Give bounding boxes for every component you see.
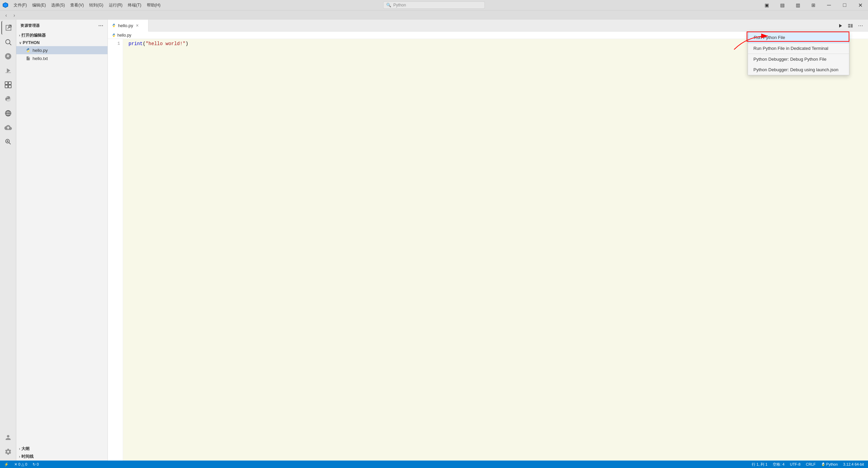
status-python-version[interactable]: 3.12.4 64-bit [842, 462, 865, 467]
editor-toolbar: ··· [833, 20, 868, 32]
status-cursor-position[interactable]: 行 1, 列 1 [750, 462, 769, 467]
svg-line-2 [9, 43, 11, 45]
split-icon [848, 23, 853, 28]
activity-cloud[interactable] [1, 121, 15, 134]
string-literal: "hello world!" [145, 41, 185, 46]
python-file-icon [26, 48, 31, 53]
file-item-hello-py[interactable]: hello.py [16, 46, 107, 54]
status-bar: ⚡ ✕ 0 △ 0 ↻ 0 行 1, 列 1 空格: 4 UTF-8 CRLF … [0, 461, 868, 468]
status-remote[interactable]: ⚡ [3, 462, 10, 467]
window-controls: ▣ ▤ ▥ ⊞ ─ □ ✕ [759, 0, 868, 10]
run-python-button[interactable] [835, 21, 845, 31]
remote-icon: ⚡ [4, 462, 9, 467]
menu-view[interactable]: 查看(V) [67, 2, 86, 9]
activity-extensions[interactable] [1, 78, 15, 92]
sidebar-section-open-editors[interactable]: › 打开的编辑器 [16, 32, 107, 39]
file-name-hello-txt: hello.txt [33, 56, 48, 61]
activity-explorer[interactable] [1, 21, 15, 35]
gear-icon [4, 448, 12, 455]
dropdown-item-run-python-file[interactable]: Run Python File [748, 32, 849, 43]
search-icon [4, 38, 12, 46]
paren-close: ) [185, 41, 188, 46]
breadcrumb-path: hello.py [117, 33, 131, 38]
activity-remote[interactable] [1, 106, 15, 120]
sidebar: 资源管理器 ··· › 打开的编辑器 ∨ PYTHON [16, 20, 108, 461]
activity-python[interactable] [1, 92, 15, 106]
activity-run-debug[interactable] [1, 64, 15, 77]
tab-label-hello-py: hello.py [118, 23, 133, 28]
language-label: Python [826, 462, 838, 466]
close-button[interactable]: ✕ [852, 0, 868, 10]
debug-launch-json-label: Python Debugger: Debug using launch.json [753, 67, 839, 72]
tab-hello-py[interactable]: hello.py × [108, 20, 149, 32]
python-version-label: 3.12.4 64-bit [843, 462, 864, 466]
activity-account[interactable] [1, 431, 15, 444]
menu-run[interactable]: 运行(R) [106, 2, 125, 9]
status-language[interactable]: Python [820, 462, 839, 467]
layout-btn3[interactable]: ▥ [790, 0, 806, 10]
python-status-icon [821, 462, 825, 466]
remote-icon [4, 110, 12, 117]
split-editor-button[interactable] [846, 21, 855, 31]
file-item-hello-txt[interactable]: hello.txt [16, 54, 107, 62]
sidebar-header: 资源管理器 ··· [16, 20, 107, 32]
activity-source-control[interactable] [1, 50, 15, 63]
dropdown-item-debug-launch-json[interactable]: Python Debugger: Debug using launch.json [748, 64, 849, 75]
layout-btn4[interactable]: ⊞ [806, 0, 821, 10]
line-number-1: 1 [108, 40, 120, 47]
svg-point-1 [5, 40, 10, 44]
activity-search[interactable] [1, 35, 15, 49]
activity-manage[interactable] [1, 445, 15, 459]
svg-rect-4 [5, 82, 7, 84]
menu-file[interactable]: 文件(F) [11, 2, 29, 9]
code-area[interactable]: print("hello world!") [123, 39, 868, 461]
sidebar-timeline[interactable]: › 时间线 [16, 453, 107, 461]
sidebar-more-button[interactable]: ··· [98, 23, 103, 29]
magnify-icon [4, 138, 12, 145]
menu-goto[interactable]: 转到(G) [86, 2, 106, 9]
status-indent[interactable]: 空格: 4 [771, 462, 786, 467]
svg-rect-3 [5, 73, 11, 73]
tab-close-button[interactable]: × [135, 23, 139, 28]
app-icon [3, 2, 8, 8]
status-eol[interactable]: CRLF [805, 462, 817, 467]
txt-file-icon [26, 56, 31, 61]
debug-python-file-label: Python Debugger: Debug Python File [753, 57, 826, 62]
run-debug-icon [4, 67, 12, 74]
cloud-icon [4, 124, 12, 131]
search-placeholder: Python [393, 3, 406, 7]
forward-button[interactable]: › [11, 12, 18, 19]
python-section-label: PYTHON [23, 40, 40, 45]
menu-bar: 文件(F) 编辑(E) 选择(S) 查看(V) 转到(G) 运行(R) 终端(T… [11, 2, 163, 9]
sync-icon: ↻ [33, 462, 36, 467]
source-control-icon [4, 53, 12, 60]
menu-edit[interactable]: 编辑(E) [29, 2, 48, 9]
extensions-icon [4, 81, 12, 89]
dropdown-item-run-dedicated-terminal[interactable]: Run Python File in Dedicated Terminal [748, 43, 849, 54]
more-actions-button[interactable]: ··· [856, 21, 865, 31]
timeline-label: 时间线 [21, 454, 34, 460]
status-errors[interactable]: ✕ 0 △ 0 [13, 462, 28, 467]
run-dropdown-menu: Run Python File Run Python File in Dedic… [748, 32, 849, 75]
chevron-down-icon: ∨ [19, 41, 21, 45]
menu-help[interactable]: 帮助(H) [144, 2, 163, 9]
search-bar[interactable]: 🔍 Python [383, 1, 485, 9]
minimize-button[interactable]: ─ [821, 0, 837, 10]
menu-terminal[interactable]: 终端(T) [125, 2, 144, 9]
dropdown-item-debug-python-file[interactable]: Python Debugger: Debug Python File [748, 54, 849, 64]
status-encoding[interactable]: UTF-8 [789, 462, 802, 467]
maximize-button[interactable]: □ [837, 0, 852, 10]
layout-btn[interactable]: ▣ [759, 0, 774, 10]
status-sync[interactable]: ↻ 0 [31, 462, 40, 467]
activity-bar [0, 20, 16, 461]
outline-label: 大纲 [21, 446, 29, 452]
menu-select[interactable]: 选择(S) [48, 2, 67, 9]
back-button[interactable]: ‹ [3, 12, 9, 19]
title-center: 🔍 Python [383, 1, 485, 9]
activity-search2[interactable] [1, 135, 15, 149]
tab-python-icon [112, 23, 116, 27]
editor-content: 1 print("hello world!") [108, 39, 868, 461]
layout-btn2[interactable]: ▤ [774, 0, 790, 10]
sidebar-outline[interactable]: › 大纲 [16, 445, 107, 453]
sidebar-section-python[interactable]: ∨ PYTHON [16, 39, 107, 46]
